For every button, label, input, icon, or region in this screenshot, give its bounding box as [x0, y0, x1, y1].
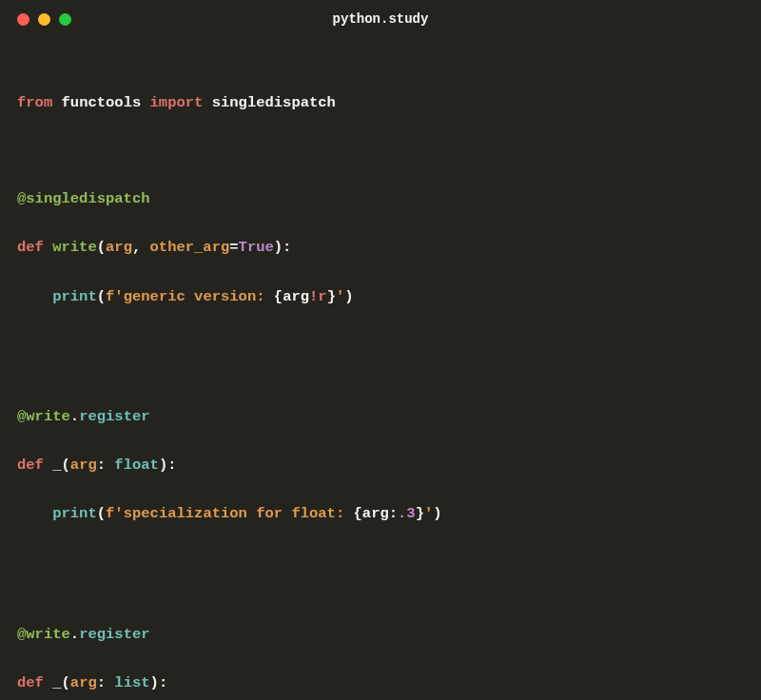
code-line: def _(arg: float): — [17, 454, 744, 478]
decorator-method: register — [79, 408, 149, 425]
close-icon[interactable] — [17, 13, 29, 26]
keyword-from: from — [17, 94, 52, 111]
code-line: print(f'generic version: {arg!r}') — [17, 285, 744, 310]
punct: ): — [274, 239, 292, 256]
indent — [17, 288, 52, 305]
code-line: @write.register — [17, 623, 744, 648]
punct: ): — [159, 457, 177, 474]
keyword-def: def — [17, 457, 44, 474]
punct: : — [97, 674, 115, 691]
keyword-true: True — [239, 239, 274, 256]
param: arg — [106, 239, 132, 256]
punct: ( — [62, 457, 70, 474]
punct: : — [97, 457, 115, 474]
param: other_arg — [150, 239, 230, 256]
string: specialization for float: — [124, 505, 354, 522]
code-line: @write.register — [17, 405, 744, 430]
punct: , — [132, 239, 150, 256]
param: arg — [70, 674, 97, 691]
traffic-lights — [17, 13, 71, 26]
f-prefix: f — [106, 288, 114, 305]
decorator: @singledispatch — [17, 190, 150, 207]
function-name: _ — [52, 674, 61, 691]
type-hint: float — [114, 457, 159, 474]
brace: } — [416, 505, 424, 522]
punct: ( — [97, 288, 106, 305]
brace: { — [274, 288, 283, 305]
format-spec: .3 — [398, 505, 416, 522]
brace: } — [327, 288, 336, 305]
code-line: def _(arg: list): — [17, 671, 744, 696]
blank-line — [17, 552, 744, 599]
code-line: def write(arg, other_arg=True): — [17, 236, 744, 261]
decorator-at: @ — [17, 408, 26, 425]
string: ' — [336, 288, 344, 305]
punct: ( — [97, 505, 106, 522]
blank-line — [17, 140, 744, 164]
titlebar: python.study — [0, 0, 761, 38]
punct: . — [70, 626, 79, 643]
code-line: print(f'specialization for float: {arg:.… — [17, 502, 744, 527]
decorator-at: @ — [17, 626, 26, 643]
code-line: @singledispatch — [17, 187, 744, 212]
function-name: write — [52, 239, 97, 256]
punct: ): — [150, 674, 168, 691]
string: ' — [114, 505, 123, 522]
decorator-name: write — [26, 408, 70, 425]
punct: = — [229, 239, 238, 256]
param: arg — [70, 457, 97, 474]
decorator-method: register — [79, 626, 149, 643]
f-prefix: f — [106, 505, 114, 522]
keyword-def: def — [17, 239, 44, 256]
keyword-def: def — [17, 674, 44, 691]
punct: ) — [433, 505, 441, 522]
string: generic version: — [124, 288, 274, 305]
indent — [17, 505, 52, 522]
module-name: functools — [62, 94, 142, 111]
brace: { — [354, 505, 362, 522]
import-name: singledispatch — [212, 94, 336, 111]
window-title: python.study — [333, 11, 429, 27]
conversion: !r — [309, 288, 327, 305]
keyword-import: import — [150, 94, 204, 111]
expr: arg — [362, 505, 389, 522]
code-line: from functools import singledispatch — [17, 91, 744, 116]
blank-line — [17, 334, 744, 381]
string: ' — [424, 505, 433, 522]
punct: : — [389, 505, 398, 522]
builtin-print: print — [52, 505, 97, 522]
string: ' — [114, 288, 123, 305]
type-hint: list — [114, 674, 149, 691]
maximize-icon[interactable] — [59, 13, 71, 26]
punct: . — [70, 408, 79, 425]
decorator-name: write — [26, 626, 70, 643]
function-name: _ — [52, 457, 61, 474]
expr: arg — [283, 288, 309, 305]
builtin-print: print — [52, 288, 97, 305]
punct: ) — [344, 288, 353, 305]
code-editor: from functools import singledispatch @si… — [0, 38, 761, 700]
punct: ( — [97, 239, 106, 256]
punct: ( — [62, 674, 70, 691]
minimize-icon[interactable] — [38, 13, 50, 26]
